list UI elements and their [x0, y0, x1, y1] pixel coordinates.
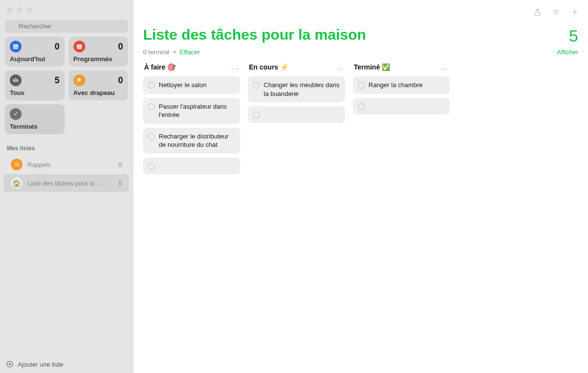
task-radio[interactable]: [253, 112, 260, 118]
list-row[interactable]: 🏠 Liste des tâches pour la mai… 5: [4, 174, 129, 192]
task-item[interactable]: Ranger la chambre: [353, 76, 450, 94]
add-list-button[interactable]: Ajouter une liste: [0, 355, 133, 373]
smart-count: 5: [54, 75, 59, 86]
task-placeholder[interactable]: [353, 98, 450, 115]
show-button[interactable]: Afficher: [557, 48, 578, 56]
svg-point-10: [15, 165, 16, 166]
svg-rect-11: [16, 165, 19, 166]
smart-card-scheduled[interactable]: 0 Programmés: [69, 37, 128, 67]
add-icon[interactable]: [570, 8, 579, 17]
column-title: Terminé ✅: [354, 63, 390, 71]
svg-point-6: [15, 163, 16, 164]
smart-label: Terminés: [10, 123, 60, 130]
smart-label: Avec drapeau: [74, 89, 123, 96]
task-text: Recharger le distributeur de nourriture …: [159, 132, 235, 149]
task-item[interactable]: Recharger le distributeur de nourriture …: [143, 128, 240, 154]
task-item[interactable]: Changer les meubles dans la buanderie: [248, 76, 345, 102]
task-placeholder[interactable]: [248, 106, 345, 123]
column-header: Terminé ✅ …: [353, 62, 450, 72]
svg-rect-7: [16, 163, 19, 163]
task-text: Changer les meubles dans la buanderie: [264, 81, 340, 98]
smart-card-all[interactable]: 5 Tous: [5, 70, 65, 100]
add-list-label: Ajouter une liste: [18, 361, 63, 368]
smart-count: 0: [118, 75, 123, 86]
flagged-icon: [74, 74, 85, 86]
completed-count-text: 0 terminé: [143, 48, 170, 56]
traffic-light-zoom[interactable]: [26, 7, 32, 13]
column-title: En cours ⚡️: [249, 63, 289, 71]
list-count: 5: [569, 26, 578, 46]
separator-dot: •: [173, 48, 176, 56]
traffic-light-minimize[interactable]: [17, 7, 23, 13]
clear-button[interactable]: Effacer: [180, 48, 200, 56]
smart-count: 0: [118, 42, 123, 52]
lists-container: Rappels 0 🏠 Liste des tâches pour la mai…: [0, 155, 133, 193]
list-icon: 🏠: [11, 177, 23, 189]
task-text: Ranger la chambre: [368, 81, 423, 90]
column-menu-icon[interactable]: …: [441, 63, 449, 71]
smart-label: Tous: [10, 89, 60, 96]
main-content: Liste des tâches pour la maison 5 0 term…: [133, 0, 588, 373]
all-icon: [10, 74, 22, 86]
column-menu-icon[interactable]: …: [231, 63, 239, 71]
smart-lists-grid: 23 0 Aujourd'hui 0 Programmés 5 Tous 0 A…: [0, 37, 133, 138]
view-options-icon[interactable]: [552, 8, 561, 17]
share-icon[interactable]: [533, 8, 542, 17]
smart-card-today[interactable]: 23 0 Aujourd'hui: [5, 37, 65, 67]
smart-card-flagged[interactable]: 0 Avec drapeau: [69, 70, 128, 100]
list-name: Liste des tâches pour la mai…: [27, 180, 106, 187]
task-radio[interactable]: [148, 163, 155, 170]
list-name: Rappels: [27, 161, 51, 168]
my-lists-header: Mes listes: [0, 138, 133, 155]
column-header: À faire 🎯 …: [143, 62, 240, 72]
column-header: En cours ⚡️ …: [248, 62, 345, 72]
column: En cours ⚡️ … Changer les meubles dans l…: [248, 62, 345, 123]
task-radio[interactable]: [148, 103, 155, 110]
list-icon: [11, 159, 23, 170]
plus-circle-icon: [6, 360, 14, 368]
traffic-light-close[interactable]: [7, 7, 13, 13]
smart-label: Aujourd'hui: [10, 55, 60, 63]
list-title: Liste des tâches pour la maison: [143, 26, 366, 43]
task-radio[interactable]: [358, 82, 365, 89]
task-text: Nettoyer le salon: [159, 81, 207, 90]
task-radio[interactable]: [358, 103, 365, 110]
smart-label: Programmés: [74, 55, 123, 63]
list-row[interactable]: Rappels 0: [4, 156, 129, 173]
search-wrap: [0, 17, 133, 37]
window-controls: [0, 0, 133, 17]
smart-card-completed[interactable]: Terminés: [5, 104, 65, 134]
task-item[interactable]: Passer l'aspirateur dans l'entrée: [143, 98, 240, 124]
task-radio[interactable]: [148, 133, 155, 140]
task-text: Passer l'aspirateur dans l'entrée: [159, 102, 235, 119]
svg-text:23: 23: [14, 46, 17, 48]
list-count: 0: [119, 161, 122, 168]
toolbar: [133, 0, 588, 20]
today-icon: 23: [10, 41, 22, 52]
kanban-columns: À faire 🎯 … Nettoyer le salon Passer l'a…: [133, 62, 588, 174]
task-radio[interactable]: [148, 82, 155, 89]
search-input[interactable]: [5, 20, 128, 33]
task-radio[interactable]: [253, 82, 260, 89]
list-header: Liste des tâches pour la maison 5: [133, 20, 588, 47]
column-title: À faire 🎯: [144, 63, 175, 71]
svg-rect-3: [77, 45, 81, 49]
column-menu-icon[interactable]: …: [336, 63, 344, 71]
list-count: 5: [119, 180, 122, 187]
column: Terminé ✅ … Ranger la chambre: [353, 62, 450, 115]
task-placeholder[interactable]: [143, 158, 240, 174]
sidebar: 23 0 Aujourd'hui 0 Programmés 5 Tous 0 A…: [0, 0, 133, 373]
completed-icon: [10, 108, 22, 120]
scheduled-icon: [74, 41, 85, 52]
svg-point-8: [15, 164, 16, 165]
column: À faire 🎯 … Nettoyer le salon Passer l'a…: [143, 62, 240, 174]
smart-count: 0: [54, 42, 59, 52]
list-subheader: 0 terminé • Effacer Afficher: [133, 47, 588, 62]
task-item[interactable]: Nettoyer le salon: [143, 76, 240, 94]
svg-rect-9: [16, 164, 19, 165]
